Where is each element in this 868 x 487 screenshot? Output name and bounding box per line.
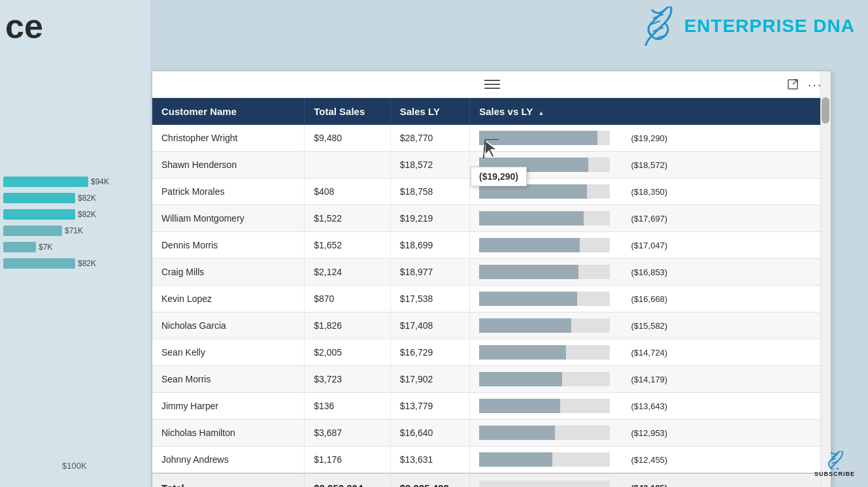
cell-ly-8: $16,729	[390, 339, 469, 366]
table-topbar: ···	[152, 71, 831, 98]
chart-bar-1	[3, 176, 88, 187]
cell-vsly-8: ($14,724)	[470, 339, 820, 366]
chart-label-6: $82K	[78, 259, 96, 268]
menu-line-2	[484, 84, 500, 85]
cell-total-0: $9,480	[305, 125, 391, 152]
bar-fill-11	[479, 426, 555, 440]
bar-wrap-2: ($18,350)	[479, 184, 811, 199]
bar-value-12: ($12,455)	[615, 455, 667, 465]
cell-vsly-10: ($13,643)	[470, 393, 820, 420]
logo-text-blue: DNA	[813, 16, 855, 36]
subscribe-text: SUBSCRIBE	[814, 471, 855, 477]
chart-row-3: $82K	[3, 209, 118, 220]
bar-value-6: ($16,668)	[615, 294, 667, 304]
sort-arrow-up: ▲	[538, 109, 544, 116]
cell-ly-9: $17,902	[390, 366, 469, 393]
bar-wrap-4: ($17,047)	[479, 238, 811, 252]
cell-total-7: $1,826	[305, 312, 391, 339]
cell-vsly-5: ($16,853)	[470, 259, 820, 286]
cell-total-11: $3,687	[305, 420, 391, 446]
cell-ly-12: $13,631	[390, 446, 469, 474]
cell-vsly-1: ($18,572)	[470, 152, 820, 178]
cell-ly-10: $13,779	[390, 393, 469, 420]
total-bar-bg	[479, 480, 610, 487]
scroll-thumb[interactable]	[822, 97, 829, 124]
cell-name-10: Jimmy Harper	[152, 393, 305, 420]
cell-ly-6: $17,538	[390, 286, 469, 312]
cell-vsly-12: ($12,455)	[470, 446, 820, 474]
vertical-scrollbar[interactable]	[820, 71, 831, 487]
bar-fill-6	[479, 292, 577, 306]
chart-bar-5	[3, 242, 36, 252]
chart-row-5: $7K	[3, 242, 118, 252]
cell-total-12: $1,176	[305, 446, 391, 474]
bar-bg-9	[479, 372, 610, 386]
cell-name-2: Patrick Morales	[152, 178, 305, 205]
cell-name-9: Sean Morris	[152, 366, 305, 393]
svg-line-5	[793, 80, 797, 84]
cell-total-4: $1,652	[305, 232, 391, 259]
subscribe-badge: SUBSCRIBE	[814, 451, 855, 477]
table-row: Jimmy Harper $136 $13,779 ($13,643)	[152, 393, 820, 420]
topbar-menu-icon[interactable]	[484, 80, 500, 89]
bar-fill-8	[479, 345, 566, 360]
bar-bg-7	[479, 318, 610, 333]
cell-total-5: $2,124	[305, 259, 391, 286]
bar-bg-12	[479, 452, 610, 467]
bar-fill-9	[479, 372, 562, 386]
table-row: Nicholas Garcia $1,826 $17,408 ($15,582)	[152, 312, 820, 339]
chart-bar-6	[3, 258, 75, 269]
cell-total-8: $2,005	[305, 339, 391, 366]
cell-ly-0: $28,770	[390, 125, 469, 152]
logo-area: ENTERPRISE DNA	[639, 7, 855, 46]
table-row: Sean Morris $3,723 $17,902 ($14,179)	[152, 366, 820, 393]
data-table: Customer Name Total Sales Sales LY Sales…	[152, 98, 820, 487]
col-header-customer[interactable]: Customer Name	[152, 98, 305, 125]
cell-ly-3: $19,219	[390, 205, 469, 232]
bar-fill-0	[479, 131, 597, 145]
dna-icon	[639, 7, 678, 46]
cell-vsly-2: ($18,350)	[470, 178, 820, 205]
cell-name-12: Johnny Andrews	[152, 446, 305, 474]
total-label: Total	[152, 473, 305, 487]
bar-fill-12	[479, 452, 552, 467]
bar-value-1: ($18,572)	[615, 160, 667, 170]
col-header-sales-ly[interactable]: Sales LY	[390, 98, 469, 125]
bar-wrap-9: ($14,179)	[479, 372, 811, 386]
cell-vsly-7: ($15,582)	[470, 312, 820, 339]
col-header-total-sales[interactable]: Total Sales	[305, 98, 391, 125]
bar-bg-1	[479, 158, 610, 172]
bar-bg-5	[479, 265, 610, 279]
menu-line-1	[484, 80, 500, 81]
table-footer: Total $2,952,304 $2,995,499 ($43,195)	[152, 473, 820, 487]
chart-bottom-label: $100K	[62, 461, 87, 471]
bar-fill-7	[479, 318, 571, 333]
bar-wrap-10: ($13,643)	[479, 399, 811, 413]
bar-wrap-12: ($12,455)	[479, 452, 811, 467]
cell-ly-7: $17,408	[390, 312, 469, 339]
table-row: Patrick Morales $408 $18,758 ($18,350)	[152, 178, 820, 205]
bar-fill-5	[479, 265, 578, 279]
bar-value-2: ($18,350)	[615, 187, 667, 197]
bar-fill-1	[479, 158, 588, 172]
topbar-actions: ···	[785, 76, 823, 92]
logo-text-black: ENTERPRISE	[684, 16, 814, 36]
bar-value-8: ($14,724)	[615, 348, 667, 358]
col-header-sales-vs-ly[interactable]: Sales vs LY ▲	[470, 98, 820, 125]
chart-label-1: $94K	[91, 177, 109, 186]
chart-bar-2	[3, 193, 75, 203]
cell-name-4: Dennis Morris	[152, 232, 305, 259]
expand-icon[interactable]	[785, 76, 801, 92]
cell-name-5: Craig Mills	[152, 259, 305, 286]
cell-name-1: Shawn Henderson	[152, 152, 305, 178]
cell-vsly-6: ($16,668)	[470, 286, 820, 312]
cell-vsly-0: ($19,290)	[470, 125, 820, 152]
bar-wrap-8: ($14,724)	[479, 345, 811, 360]
bar-value-10: ($13,643)	[615, 401, 667, 411]
col-vsly-label: Sales vs LY	[479, 106, 533, 117]
table-header-row: Customer Name Total Sales Sales LY Sales…	[152, 98, 820, 125]
bar-bg-11	[479, 426, 610, 440]
table-row: Shawn Henderson $18,572 ($18,572)	[152, 152, 820, 178]
bar-fill-3	[479, 211, 584, 226]
bar-wrap-11: ($12,953)	[479, 426, 811, 440]
